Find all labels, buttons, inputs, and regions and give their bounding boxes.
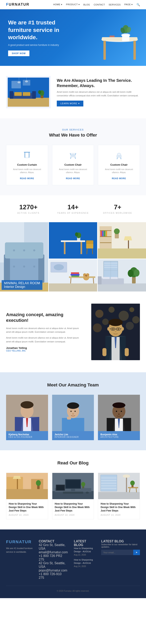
nav-contact[interactable]: CONTACT [94, 4, 105, 6]
svg-point-160 [116, 411, 117, 412]
service-name-1: Custom Chair [56, 163, 90, 166]
testimonial-image [91, 304, 140, 360]
service-link-0[interactable]: READ MORE [20, 177, 34, 180]
service-desc-0: Amet lorem mollit non deserunt ullamco. … [10, 168, 44, 174]
svg-rect-76 [49, 284, 97, 292]
nav-services[interactable]: SERVICES [109, 4, 121, 6]
svg-line-59 [87, 248, 87, 254]
gallery-item-1 [49, 222, 97, 258]
team-member-role-2: ARCHITECTURE [100, 436, 137, 438]
blog-post-title-1: How to Sharpening Your Design Skill in O… [55, 502, 92, 512]
svg-rect-106 [103, 277, 110, 279]
svg-rect-167 [17, 479, 18, 489]
svg-rect-148 [67, 416, 71, 420]
blog-card-0[interactable]: How to Sharpening Your Design Skill in O… [6, 473, 48, 519]
footer-blog-date-0: Aug 22, 2020 [74, 554, 95, 556]
service-card-2: Custom Chair Amet lorem mollit non deser… [98, 145, 140, 185]
footer-bottom: © 2020 Furnatur. All rights reserved. [6, 586, 140, 592]
search-icon[interactable]: 🔍 [136, 3, 140, 6]
svg-rect-64 [100, 230, 111, 231]
nav-page[interactable]: PAGE ▾ [124, 3, 133, 6]
svg-point-149 [70, 411, 71, 412]
gallery-grid: MINIMAL RELAX ROOM Interior Design [0, 222, 146, 292]
svg-point-113 [132, 316, 139, 324]
footer-desc: We are #1 trusted furniture service in w… [6, 547, 33, 554]
svg-point-103 [134, 269, 139, 276]
footer-email-input[interactable] [101, 550, 133, 555]
footer-contact-addr2: 42 Gro St, Seattle, USA [39, 562, 68, 569]
svg-point-157 [113, 402, 125, 408]
stat-1: 14+ YEARS OF EXPERIENCE [51, 204, 95, 214]
hero-cta-button[interactable]: SHOP NOW [8, 50, 29, 56]
svg-rect-52 [64, 242, 65, 254]
svg-line-31 [75, 157, 76, 159]
footer-contact: CONTACT 42 Gro St, Seattle, USA email@fu… [39, 540, 68, 580]
hero-section: We are #1 trusted furniture service in w… [0, 9, 146, 66]
svg-point-47 [23, 266, 25, 268]
svg-point-72 [114, 228, 120, 234]
service-link-1[interactable]: READ MORE [66, 177, 80, 180]
team-member-role-1: INTERIOR DESIGNER [54, 436, 92, 438]
svg-point-133 [121, 327, 124, 331]
team-member-role-0: CEO & CO-FOUNDER [9, 436, 46, 438]
stats-section: 1270+ ACTIVE CLIENTS 14+ YEARS OF EXPERI… [0, 195, 146, 222]
footer: FURNATUR We are #1 trusted furniture ser… [0, 530, 146, 598]
team-card-2: Bunjamin Alex ARCHITECTURE [98, 395, 140, 440]
about-heading: We Are Always Leading In The Service. Re… [57, 78, 140, 88]
hero-content: We are #1 trusted furniture service in w… [8, 19, 138, 56]
svg-line-30 [70, 157, 71, 159]
svg-rect-18 [23, 92, 30, 96]
footer-blog-col: LATEST BLOG How to Sharpening Design - A… [74, 540, 95, 580]
svg-rect-63 [100, 226, 112, 248]
svg-point-114 [93, 324, 102, 332]
svg-rect-69 [104, 231, 105, 236]
about-image-inner [8, 78, 49, 107]
svg-line-35 [117, 158, 117, 159]
svg-rect-29 [71, 153, 75, 155]
nav-home[interactable]: HOME ▾ [53, 3, 62, 6]
svg-rect-62 [98, 248, 146, 258]
svg-rect-191 [126, 477, 127, 492]
gallery-item-2 [98, 222, 146, 258]
svg-point-182 [81, 482, 85, 486]
svg-point-141 [21, 401, 33, 408]
gallery-section: MINIMAL RELAX ROOM Interior Design [0, 222, 146, 292]
stat-number-1: 14+ [51, 204, 95, 211]
footer-blog-post-0: How to Sharpening Design - AUGUst [74, 547, 95, 553]
team-label-1: Jericho Lim INTERIOR DESIGNER [52, 431, 94, 440]
svg-point-102 [128, 270, 133, 277]
svg-marker-168 [13, 476, 21, 479]
footer-blog-date-1: Aug 14, 2020 [74, 565, 95, 568]
svg-rect-11 [8, 98, 49, 107]
services-label: OUR SERVICES [6, 128, 140, 131]
nav-product[interactable]: PRODUCT ▾ [66, 3, 80, 6]
curtain-icon [22, 150, 32, 160]
learn-more-button[interactable]: LEARN MORE ▾ [57, 100, 83, 106]
service-card-0: Custom Curtain Amet lorem mollit non des… [6, 145, 48, 185]
blog-post-title-0: How to Sharpening Your Design Skill in O… [9, 502, 45, 512]
svg-point-45 [33, 250, 35, 252]
footer-blog-1: How to Sharpening Design - AUGUst Aug 14… [74, 558, 95, 568]
blog-card-2[interactable]: How to Sharpening Your Design Skill in O… [98, 473, 140, 519]
footer-contact-email2: popo@furnatur.com [39, 569, 68, 572]
footer-contact-phone2: +1 800 726-910 275 [39, 572, 68, 580]
svg-point-192 [123, 474, 130, 478]
chair-icon [68, 150, 78, 160]
nav-blog[interactable]: BLOG [83, 4, 90, 6]
svg-point-161 [121, 411, 122, 412]
svg-point-25 [25, 80, 28, 82]
svg-point-87 [85, 275, 86, 276]
testimonial-section: Amazing concept, amazing execution! Amet… [0, 292, 146, 372]
svg-rect-184 [98, 492, 140, 499]
footer-subscribe-button[interactable]: ➤ [133, 550, 140, 555]
footer-newsletter-desc: Subscribe to our newsletter for latest u… [101, 543, 140, 548]
svg-rect-16 [32, 91, 36, 98]
blog-card-1[interactable]: How to Sharpening Your Design Skill in O… [52, 473, 94, 519]
svg-rect-65 [100, 236, 111, 237]
hero-heading: We are #1 trusted furniture service in w… [8, 19, 65, 41]
svg-point-123 [108, 319, 123, 326]
footer-contact-email1: email@furnatur.com [39, 550, 68, 554]
svg-point-88 [86, 275, 87, 276]
service-desc-1: Amet lorem mollit non deserunt ullamco. … [56, 168, 90, 174]
service-link-2[interactable]: READ MORE [112, 177, 126, 180]
